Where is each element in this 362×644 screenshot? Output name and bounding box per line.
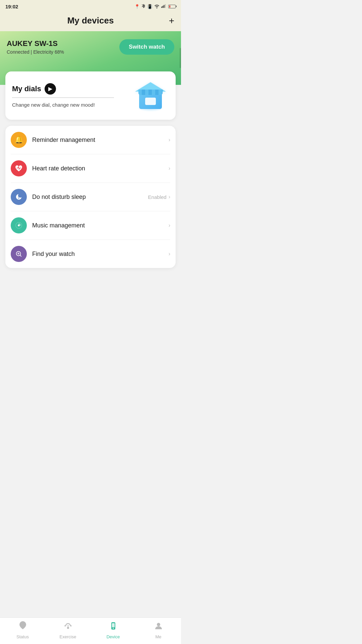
signal-icon [161, 4, 167, 9]
svg-point-7 [18, 225, 19, 226]
bluetooth-icon [141, 3, 145, 10]
add-device-button[interactable]: + [169, 16, 174, 25]
reminder-label: Reminder management [32, 137, 169, 144]
heartrate-icon [11, 160, 27, 176]
header: My devices + [0, 12, 181, 31]
svg-point-9 [17, 253, 19, 255]
wifi-icon [154, 4, 160, 9]
reminder-icon: 🔔 [11, 132, 27, 148]
status-icons-container: 📍 📳 [134, 3, 176, 10]
menu-item-dnd[interactable]: Z Do not disturb sleep Enabled › [11, 183, 170, 211]
menu-item-reminder[interactable]: 🔔 Reminder management › [11, 126, 170, 154]
location-icon: 📍 [134, 4, 140, 9]
findwatch-chevron: › [169, 251, 170, 257]
music-label: Music management [32, 222, 169, 229]
dials-divider [12, 97, 114, 98]
findwatch-icon [11, 246, 27, 262]
vibrate-icon: 📳 [147, 4, 153, 9]
svg-rect-3 [165, 4, 166, 8]
dnd-status: Enabled [148, 194, 167, 200]
store-icon [135, 79, 166, 109]
dials-card[interactable]: My dials ▶ Change new dial, change new m… [5, 71, 176, 120]
dnd-label: Do not disturb sleep [32, 194, 148, 201]
scroll-hint [180, 48, 181, 68]
page-title: My devices [67, 15, 114, 26]
svg-text:Z: Z [18, 196, 19, 199]
menu-card: 🔔 Reminder management › Heart rate detec… [5, 126, 176, 268]
menu-item-heartrate[interactable]: Heart rate detection › [11, 154, 170, 183]
dials-arrow-icon: ▶ [45, 83, 56, 95]
svg-rect-0 [161, 6, 162, 8]
music-chevron: › [169, 222, 170, 228]
dnd-icon: Z [11, 189, 27, 205]
dials-title-row: My dials ▶ [12, 83, 132, 95]
heartrate-label: Heart rate detection [32, 165, 169, 172]
dials-card-left: My dials ▶ Change new dial, change new m… [12, 83, 132, 108]
battery-icon [168, 5, 176, 8]
menu-item-music[interactable]: Music management › [11, 211, 170, 240]
status-time: 19:02 [5, 4, 18, 9]
music-icon [11, 217, 27, 233]
dnd-chevron: › [169, 194, 170, 200]
dials-store-image [135, 79, 169, 112]
dials-title: My dials [12, 85, 41, 93]
findwatch-label: Find your watch [32, 251, 169, 258]
reminder-chevron: › [169, 137, 170, 143]
menu-item-findwatch[interactable]: Find your watch › [11, 240, 170, 268]
status-bar: 19:02 📍 📳 [0, 0, 181, 12]
svg-rect-1 [163, 6, 163, 8]
heartrate-chevron: › [169, 165, 170, 171]
svg-rect-2 [164, 5, 164, 8]
switch-watch-button[interactable]: Switch watch [119, 39, 174, 55]
main-content: AUKEY SW-1S Connected | Electricity 68% … [0, 31, 181, 301]
dials-description: Change new dial, change new mood! [12, 101, 132, 108]
cards-area: My dials ▶ Change new dial, change new m… [0, 71, 181, 268]
